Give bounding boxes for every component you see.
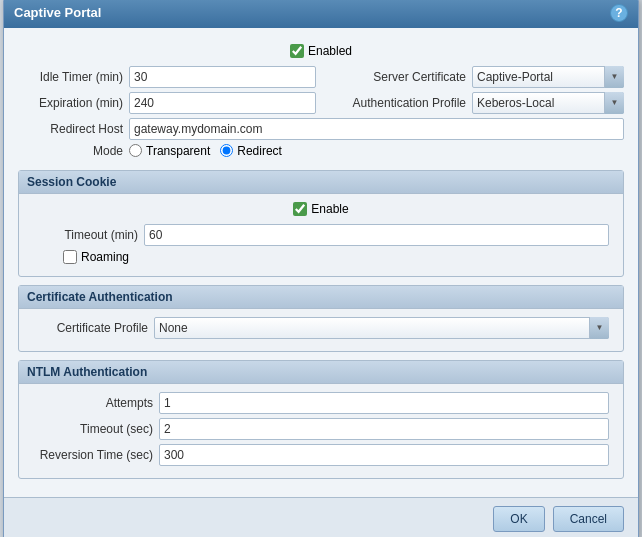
redirect-host-input[interactable]: [129, 118, 624, 140]
cert-auth-panel: Certificate Authentication Certificate P…: [18, 285, 624, 352]
mode-row: Mode Transparent Redirect: [18, 144, 624, 158]
ntlm-attempts-input[interactable]: [159, 392, 609, 414]
session-cookie-panel: Session Cookie Enable Timeout (min) Roam…: [18, 170, 624, 277]
ntlm-attempts-label: Attempts: [33, 396, 153, 410]
ntlm-auth-title: NTLM Authentication: [19, 361, 623, 384]
auth-profile-label: Authentication Profile: [326, 96, 466, 110]
roaming-text: Roaming: [81, 250, 129, 264]
mode-transparent-radio[interactable]: [129, 144, 142, 157]
top-section: Enabled Idle Timer (min) Expiration (min…: [18, 38, 624, 170]
ntlm-reversion-label: Reversion Time (sec): [33, 448, 153, 462]
ntlm-timeout-row: Timeout (sec): [33, 418, 609, 440]
idle-timer-input[interactable]: [129, 66, 316, 88]
session-enable-label[interactable]: Enable: [293, 202, 348, 216]
roaming-checkbox[interactable]: [63, 250, 77, 264]
server-cert-select-wrapper: Captive-Portal: [472, 66, 624, 88]
enabled-label: Enabled: [308, 44, 352, 58]
ntlm-reversion-input[interactable]: [159, 444, 609, 466]
left-column: Idle Timer (min) Expiration (min): [18, 66, 316, 118]
ntlm-attempts-row: Attempts: [33, 392, 609, 414]
ntlm-timeout-label: Timeout (sec): [33, 422, 153, 436]
ntlm-reversion-row: Reversion Time (sec): [33, 444, 609, 466]
dialog-title: Captive Portal: [14, 5, 101, 20]
mode-redirect-label[interactable]: Redirect: [220, 144, 282, 158]
cert-profile-select[interactable]: None: [154, 317, 609, 339]
help-icon[interactable]: ?: [610, 4, 628, 22]
dialog-body: Enabled Idle Timer (min) Expiration (min…: [4, 28, 638, 497]
expiration-input[interactable]: [129, 92, 316, 114]
session-timeout-row: Timeout (min): [33, 224, 609, 246]
idle-timer-row: Idle Timer (min): [18, 66, 316, 88]
session-enable-row: Enable: [33, 202, 609, 216]
cancel-button[interactable]: Cancel: [553, 506, 624, 532]
right-column: Server Certificate Captive-Portal Authen…: [326, 66, 624, 118]
dialog-footer: OK Cancel: [4, 497, 638, 538]
enabled-checkbox[interactable]: [290, 44, 304, 58]
redirect-host-row: Redirect Host: [18, 118, 624, 140]
ntlm-auth-body: Attempts Timeout (sec) Reversion Time (s…: [19, 384, 623, 478]
session-timeout-input[interactable]: [144, 224, 609, 246]
captive-portal-dialog: Captive Portal ? Enabled Idle Timer (min…: [3, 0, 639, 537]
session-enable-text: Enable: [311, 202, 348, 216]
mode-redirect-text: Redirect: [237, 144, 282, 158]
cert-profile-row: Certificate Profile None: [33, 317, 609, 339]
expiration-row: Expiration (min): [18, 92, 316, 114]
mode-transparent-label[interactable]: Transparent: [129, 144, 210, 158]
server-cert-select[interactable]: Captive-Portal: [472, 66, 624, 88]
form-grid: Idle Timer (min) Expiration (min) Server…: [18, 66, 624, 118]
mode-label: Mode: [18, 144, 123, 158]
dialog-header: Captive Portal ?: [4, 0, 638, 28]
session-timeout-label: Timeout (min): [33, 228, 138, 242]
ntlm-auth-panel: NTLM Authentication Attempts Timeout (se…: [18, 360, 624, 479]
mode-redirect-radio[interactable]: [220, 144, 233, 157]
ntlm-timeout-input[interactable]: [159, 418, 609, 440]
server-cert-row: Server Certificate Captive-Portal: [326, 66, 624, 88]
auth-profile-select[interactable]: Keberos-Local: [472, 92, 624, 114]
auth-profile-row: Authentication Profile Keberos-Local: [326, 92, 624, 114]
cert-auth-title: Certificate Authentication: [19, 286, 623, 309]
mode-transparent-text: Transparent: [146, 144, 210, 158]
enabled-row: Enabled: [18, 44, 624, 58]
redirect-host-label: Redirect Host: [18, 122, 123, 136]
cert-auth-body: Certificate Profile None: [19, 309, 623, 351]
ok-button[interactable]: OK: [493, 506, 544, 532]
expiration-label: Expiration (min): [18, 96, 123, 110]
server-cert-label: Server Certificate: [326, 70, 466, 84]
session-cookie-title: Session Cookie: [19, 171, 623, 194]
cert-profile-select-wrapper: None: [154, 317, 609, 339]
session-cookie-body: Enable Timeout (min) Roaming: [19, 194, 623, 276]
idle-timer-label: Idle Timer (min): [18, 70, 123, 84]
auth-profile-select-wrapper: Keberos-Local: [472, 92, 624, 114]
cert-profile-label: Certificate Profile: [33, 321, 148, 335]
roaming-label[interactable]: Roaming: [63, 250, 129, 264]
enabled-checkbox-label[interactable]: Enabled: [290, 44, 352, 58]
roaming-row: Roaming: [33, 250, 609, 264]
session-enable-checkbox[interactable]: [293, 202, 307, 216]
